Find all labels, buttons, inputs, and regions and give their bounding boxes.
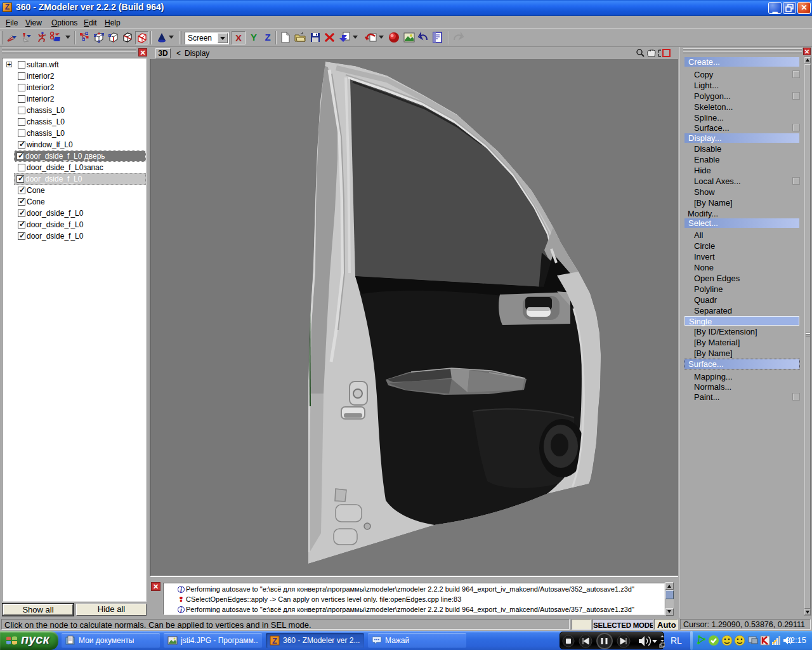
svg-text:Z: Z: [272, 636, 277, 646]
